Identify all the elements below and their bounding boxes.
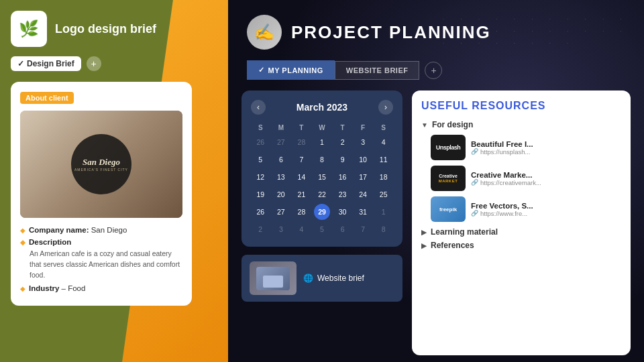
- cal-day[interactable]: 1: [376, 204, 392, 220]
- cal-day[interactable]: 8: [314, 152, 330, 168]
- resource-item-unsplash[interactable]: Unsplash Beautiful Free I... 🔗 https://u…: [421, 135, 621, 160]
- website-brief-thumbnail[interactable]: 🌐 Website brief: [241, 255, 402, 302]
- website-brief-image: [250, 261, 297, 295]
- cal-header-w: W: [313, 123, 332, 133]
- freepik-name: Free Vectors, S...: [471, 202, 621, 210]
- cal-day[interactable]: 11: [376, 152, 392, 168]
- logo-icon-box: 🌿: [11, 11, 47, 47]
- cal-day[interactable]: 4: [293, 221, 309, 237]
- cal-day[interactable]: 21: [293, 186, 309, 202]
- cal-day[interactable]: 17: [355, 169, 371, 185]
- learning-category-header[interactable]: ▶ Learning material: [421, 227, 621, 237]
- diamond-icon: ◆: [20, 227, 25, 234]
- cal-day[interactable]: 3: [355, 134, 371, 150]
- cal-day[interactable]: 22: [314, 186, 330, 202]
- calendar-next-button[interactable]: ›: [378, 100, 393, 115]
- cal-day[interactable]: 28: [293, 204, 309, 220]
- unsplash-info: Beautiful Free I... 🔗 https://unsplash..…: [471, 140, 621, 156]
- link-icon-2: 🔗: [471, 179, 478, 186]
- cal-day[interactable]: 27: [273, 134, 289, 150]
- cal-day[interactable]: 4: [376, 134, 392, 150]
- industry-field: ◆ Industry – Food: [20, 284, 182, 292]
- cal-day[interactable]: 12: [252, 169, 268, 185]
- cal-day[interactable]: 28: [293, 134, 309, 150]
- calendar-prev-button[interactable]: ‹: [251, 100, 266, 115]
- cal-day[interactable]: 20: [273, 186, 289, 202]
- tab-check-icon: ✓: [17, 59, 24, 68]
- cal-day[interactable]: 23: [335, 186, 351, 202]
- cal-day[interactable]: 2: [252, 221, 268, 237]
- cal-day[interactable]: 3: [273, 221, 289, 237]
- project-header: ✍️ PROJECT PLANNING: [228, 0, 644, 60]
- link-icon: 🔗: [471, 148, 478, 155]
- cal-day[interactable]: 10: [355, 152, 371, 168]
- cal-day[interactable]: 26: [252, 204, 268, 220]
- cal-day[interactable]: 14: [293, 169, 309, 185]
- cal-day[interactable]: 5: [252, 152, 268, 168]
- cal-day[interactable]: 7: [355, 221, 371, 237]
- left-panel: 🌿 Logo design brief ✓ Design Brief + Abo…: [0, 0, 228, 362]
- right-panel: ✍️ PROJECT PLANNING ✓ MY PLANNING WEBSIT…: [228, 0, 644, 362]
- references-category-label: References: [431, 241, 474, 250]
- cal-day[interactable]: 6: [335, 221, 351, 237]
- cal-day[interactable]: 9: [335, 152, 351, 168]
- logo-icon: 🌿: [19, 19, 39, 38]
- references-category-header[interactable]: ▶ References: [421, 241, 621, 250]
- expand-arrow-icon-2: ▶: [421, 242, 427, 249]
- logo-header: 🌿 Logo design brief: [11, 11, 217, 47]
- cal-day[interactable]: 7: [293, 152, 309, 168]
- my-planning-check-icon: ✓: [258, 66, 265, 74]
- resources-title: USEFUL RESOURCES: [421, 100, 621, 112]
- design-brief-tab[interactable]: ✓ Design Brief: [11, 56, 81, 71]
- creative-info: Creative Marke... 🔗 https://creativemark…: [471, 171, 621, 186]
- add-right-tab-button[interactable]: +: [425, 62, 442, 79]
- cal-day[interactable]: 25: [376, 186, 392, 202]
- cal-day[interactable]: 19: [252, 186, 268, 202]
- calendar-nav: ‹ March 2023 ›: [251, 100, 393, 115]
- cal-day[interactable]: 31: [355, 204, 371, 220]
- company-label: Company name:: [29, 226, 89, 234]
- sign-main-text: San Diego: [83, 157, 120, 168]
- description-heading: Description: [29, 238, 71, 246]
- cal-day[interactable]: 15: [314, 169, 330, 185]
- unsplash-url: 🔗 https://unsplash...: [471, 148, 621, 156]
- calendar-month: March 2023: [297, 102, 347, 113]
- right-tab-bar: ✓ MY PLANNING WEBSITE BRIEF +: [228, 60, 644, 80]
- add-tab-button[interactable]: +: [87, 56, 101, 71]
- cal-header-s1: S: [251, 123, 270, 133]
- cal-day[interactable]: 13: [273, 169, 289, 185]
- website-brief-tab[interactable]: WEBSITE BRIEF: [335, 61, 420, 80]
- cal-day[interactable]: 27: [273, 204, 289, 220]
- about-client-card: About client San Diego America's Finest …: [11, 82, 192, 306]
- diamond-icon-3: ◆: [20, 285, 25, 292]
- cal-day[interactable]: 26: [252, 134, 268, 150]
- cal-day[interactable]: 6: [273, 152, 289, 168]
- link-icon-3: 🔗: [471, 210, 478, 217]
- design-category-header[interactable]: ▼ For design: [421, 120, 621, 129]
- company-name-field: ◆ Company name: San Diego: [20, 226, 182, 234]
- cal-day[interactable]: 2: [335, 134, 351, 150]
- freepik-thumbnail: freepik: [431, 196, 466, 222]
- cal-day-today[interactable]: 29: [314, 204, 330, 220]
- cal-day[interactable]: 5: [314, 221, 330, 237]
- unsplash-url-text: https://unsplash...: [480, 148, 530, 156]
- cal-day[interactable]: 30: [335, 204, 351, 220]
- resource-item-freepik[interactable]: freepik Free Vectors, S... 🔗 https://www…: [421, 196, 621, 222]
- my-planning-tab[interactable]: ✓ MY PLANNING: [247, 60, 335, 80]
- creative-thumbnail: Creative MARKET: [431, 166, 466, 191]
- client-image: San Diego America's Finest City: [20, 111, 182, 218]
- cal-header-f: F: [354, 123, 373, 133]
- collapse-arrow-icon: ▼: [421, 121, 428, 129]
- cal-day[interactable]: 8: [376, 221, 392, 237]
- tab-bar: ✓ Design Brief +: [11, 56, 217, 71]
- resource-item-creative[interactable]: Creative MARKET Creative Marke... 🔗 http…: [421, 166, 621, 191]
- industry-value: Food: [68, 284, 85, 292]
- diamond-icon-2: ◆: [20, 239, 25, 246]
- website-brief-tab-label: WEBSITE BRIEF: [346, 66, 409, 74]
- cal-header-t1: T: [292, 123, 311, 133]
- cal-day[interactable]: 1: [314, 134, 330, 150]
- cal-day[interactable]: 16: [335, 169, 351, 185]
- cal-day[interactable]: 18: [376, 169, 392, 185]
- creative-url: 🔗 https://creativemark...: [471, 179, 621, 186]
- cal-day[interactable]: 24: [355, 186, 371, 202]
